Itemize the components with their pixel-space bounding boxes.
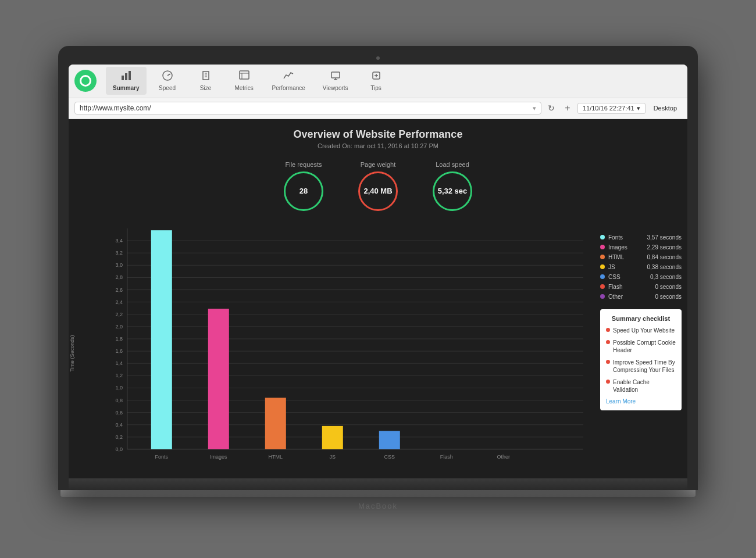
svg-text:Images: Images (210, 454, 227, 460)
legend-value: 0 seconds (655, 284, 682, 290)
laptop-hinge (69, 478, 687, 490)
nav-item-size[interactable]: Size (188, 67, 223, 95)
learn-more-link[interactable]: Learn More (606, 398, 676, 405)
screen-bezel: Summary Speed (69, 65, 687, 478)
page-subtitle: Created On: mar oct 11, 2016 at 10:27 PM (69, 142, 687, 149)
svg-rect-0 (122, 76, 124, 80)
load-speed-circle: 5,32 sec (433, 171, 472, 211)
y-axis (107, 228, 127, 449)
legend-value: 0,38 seconds (647, 264, 682, 270)
legend-value: 0,84 seconds (647, 254, 682, 260)
bar-html (265, 398, 286, 449)
add-tab-button[interactable]: + (561, 102, 574, 115)
checklist-bullet (606, 340, 610, 344)
legend-dot (600, 245, 605, 249)
bar-fonts (151, 230, 172, 449)
checklist-text: Improve Speed Time By Compressing Your F… (613, 359, 676, 374)
nav-tips-label: Tips (370, 85, 381, 91)
refresh-button[interactable]: ↻ (545, 102, 558, 115)
legend-dot (600, 274, 605, 279)
legend-dot (600, 235, 605, 239)
legend-dot (600, 255, 605, 259)
page-title: Overview of Website Performance (69, 128, 687, 141)
svg-text:Other: Other (497, 454, 511, 460)
page-weight-circle: 2,40 MB (358, 171, 398, 211)
svg-rect-2 (129, 71, 131, 80)
app-logo[interactable] (74, 70, 97, 92)
legend-value: 0 seconds (655, 294, 682, 300)
laptop-frame: Summary Speed (58, 46, 698, 513)
viewports-icon (330, 70, 341, 84)
app-navigation: Summary Speed (69, 65, 687, 98)
main-content: Overview of Website Performance Created … (69, 119, 687, 478)
laptop-screen-frame: Summary Speed (58, 46, 698, 490)
checklist-item: Improve Speed Time By Compressing Your F… (606, 359, 676, 374)
checklist-bullet (606, 380, 610, 384)
legend-name: CSS (608, 274, 647, 280)
bar-css (379, 431, 400, 449)
nav-item-summary[interactable]: Summary (106, 67, 147, 95)
legend-value: 0,3 seconds (650, 274, 682, 280)
page-weight-label: Page weight (361, 161, 396, 168)
stats-row: File requests 28 Page weight 2,40 MB (69, 155, 687, 223)
legend-item: Flash 0 seconds (600, 284, 682, 290)
device-label: Desktop (649, 103, 682, 113)
svg-text:CSS: CSS (384, 454, 395, 460)
checklist-bullet (606, 360, 610, 364)
legend-name: Fonts (608, 234, 644, 241)
camera-dot (376, 56, 380, 60)
legend-value: 3,57 seconds (647, 234, 682, 241)
summary-title: Summary checklist (606, 315, 676, 322)
file-requests-label: File requests (286, 161, 322, 168)
checklist-item: Possible Corrupt Cookie Header (606, 339, 676, 354)
nav-item-performance[interactable]: Performance (265, 67, 312, 95)
metrics-icon (239, 70, 249, 84)
legend-dot (600, 294, 605, 299)
right-panel: Fonts 3,57 seconds Images 2,29 seconds H… (594, 228, 687, 473)
chart-container: Time (Seconds) 0,00,20,40,60,8 (69, 223, 687, 478)
y-axis-label: Time (Seconds) (69, 335, 75, 371)
dropdown-arrow: ▾ (533, 105, 536, 112)
legend-item: Other 0 seconds (600, 294, 682, 300)
bar-images (208, 309, 229, 449)
legend-dot (600, 284, 605, 289)
nav-performance-label: Performance (272, 85, 305, 91)
svg-rect-1 (125, 73, 127, 80)
size-icon (201, 70, 211, 84)
load-speed-label: Load speed (436, 161, 469, 168)
legend-item: Images 2,29 seconds (600, 244, 682, 251)
stat-load-speed: Load speed 5,32 sec (433, 161, 472, 211)
checklist-item: Speed Up Your Website (606, 327, 676, 334)
svg-text:Flash: Flash (440, 454, 453, 460)
legend-name: Flash (608, 284, 651, 290)
nav-item-tips[interactable]: Tips (359, 67, 394, 95)
address-bar[interactable]: http://www.mysite.com/ ▾ (74, 102, 541, 115)
laptop-base (60, 490, 696, 497)
summary-icon (121, 70, 131, 84)
legend-name: JS (608, 264, 644, 270)
nav-item-viewports[interactable]: Viewports (316, 67, 355, 95)
performance-icon (283, 70, 294, 84)
legend-item: HTML 0,84 seconds (600, 254, 682, 260)
tips-icon (371, 70, 381, 84)
nav-size-label: Size (200, 85, 211, 91)
page-weight-value: 2,40 MB (363, 187, 392, 195)
date-selector[interactable]: 11/10/16 22:27:41 ▾ (577, 103, 646, 114)
checklist-item: Enable Cache Validation (606, 378, 676, 394)
legend-name: HTML (608, 254, 644, 260)
legend-item: CSS 0,3 seconds (600, 274, 682, 280)
svg-line-4 (167, 74, 170, 76)
nav-items-container: Summary Speed (106, 67, 682, 95)
address-bar-row: http://www.mysite.com/ ▾ ↻ + 11/10/16 22… (69, 98, 687, 119)
checklist-bullet (606, 328, 610, 332)
legend-item: Fonts 3,57 seconds (600, 234, 682, 241)
file-requests-circle: 28 (284, 171, 323, 211)
nav-metrics-label: Metrics (234, 85, 253, 91)
svg-text:JS: JS (330, 454, 336, 460)
nav-item-speed[interactable]: Speed (150, 67, 185, 95)
legend-items: Fonts 3,57 seconds Images 2,29 seconds H… (600, 234, 682, 300)
chart-inner: 0,00,20,40,60,81,01,21,41,61,82,02,22,42… (127, 228, 583, 449)
chart-area: Time (Seconds) 0,00,20,40,60,8 (69, 228, 594, 473)
nav-item-metrics[interactable]: Metrics (227, 67, 262, 95)
checklist-items: Speed Up Your Website Possible Corrupt C… (606, 327, 676, 394)
